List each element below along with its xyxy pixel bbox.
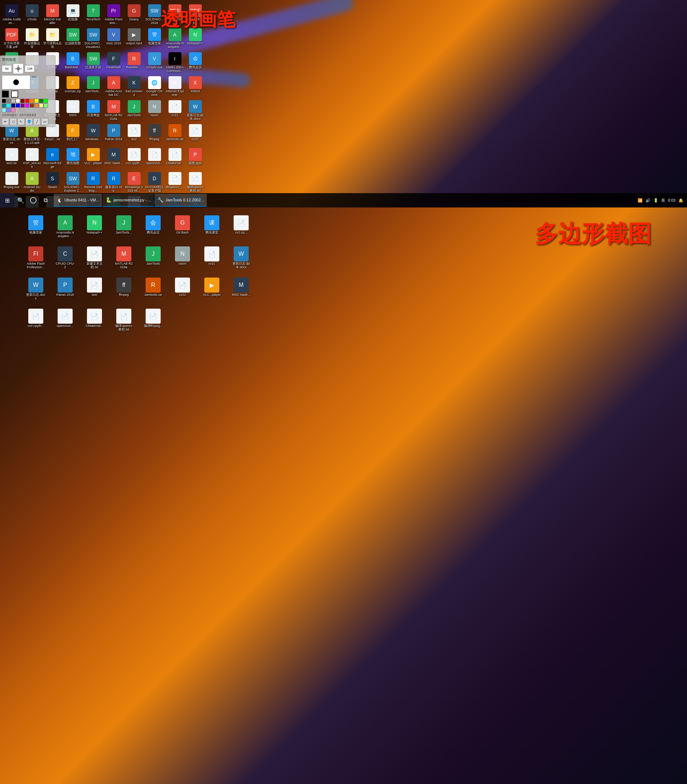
desktop-icon-34[interactable]: JJamTools...: [83, 75, 103, 99]
bottom-icon-18[interactable]: 📄test: [80, 277, 109, 307]
color-cell[interactable]: [2, 108, 6, 112]
desktop-icon-14[interactable]: SWSOLIDWO...Visualize2.: [83, 28, 103, 51]
color-cell[interactable]: [11, 99, 15, 103]
color-cell[interactable]: [20, 103, 25, 108]
bottom-icon-7[interactable]: 📄cv2.cp...: [227, 215, 255, 245]
desktop-icon-0[interactable]: AuAdobe Audition...: [2, 3, 21, 27]
desktop-icon-11[interactable]: 📁作业残骸品等: [22, 28, 42, 51]
desktop-icon-57[interactable]: ffffmpeg: [145, 123, 164, 147]
desktop-icon-49[interactable]: W更新日志-副本.docx: [185, 99, 205, 123]
desktop-icon-12[interactable]: 📁学习资料&品等: [43, 28, 62, 51]
color-cell[interactable]: [35, 99, 39, 103]
bottom-icon-14[interactable]: 📄cv21: [197, 246, 226, 276]
bottom-icon-10[interactable]: 📄新建文本文档.txt: [80, 246, 109, 276]
taskbar-lang[interactable]: 英: [661, 198, 665, 203]
color-cell[interactable]: [2, 103, 6, 108]
desktop-icon-48[interactable]: 📄cv21: [165, 99, 185, 123]
color-cell[interactable]: [16, 103, 20, 108]
desktop-icon-10[interactable]: PDF分方向培养方案.pdf: [2, 28, 21, 51]
desktop-icon-60[interactable]: Ntest.nsi: [2, 148, 21, 171]
color-cell[interactable]: [2, 99, 6, 103]
desktop-icon-64[interactable]: ▶VLC...player: [83, 148, 103, 171]
desktop-icon-16[interactable]: ▶output.mp4: [124, 28, 144, 51]
task-view-btn[interactable]: ⧉: [39, 193, 52, 207]
bottom-icon-24[interactable]: 📄cv2.cpyth...: [21, 308, 50, 338]
desktop-icon-37[interactable]: 🌐Google Chrome: [145, 75, 164, 99]
color-cell[interactable]: [35, 103, 39, 108]
bottom-icon-28[interactable]: 📄编译ffmpeg...: [139, 308, 168, 338]
taskbar-app-jam[interactable]: 🐍 jamscreenshot.py - ...: [103, 194, 154, 207]
pen-fg-color[interactable]: [2, 90, 9, 98]
pen-eraser-btn[interactable]: ◻: [10, 118, 17, 125]
desktop-icon-55[interactable]: PPatran 2018: [104, 123, 123, 147]
bottom-icon-16[interactable]: W更新日志.docx: [21, 277, 50, 307]
start-button[interactable]: ⊞: [0, 193, 14, 207]
color-cell[interactable]: [16, 99, 20, 103]
color-cell[interactable]: [7, 99, 11, 103]
taskbar-app-ubuntu[interactable]: 🐧 Ubuntu 64位 - VM...: [54, 194, 102, 207]
desktop-icon-65[interactable]: MMSC Nastr...: [104, 148, 123, 171]
desktop-icon-28[interactable]: IIntelliJ IDEA Communi...: [165, 51, 185, 75]
bottom-icon-2[interactable]: NNotepad++: [80, 215, 109, 245]
desktop-icon-68[interactable]: 📄CMakeVar...: [165, 148, 185, 171]
color-cell[interactable]: [44, 103, 48, 108]
desktop-icon-72[interactable]: SSteam: [43, 171, 62, 195]
desktop-icon-36[interactable]: KKeil uVision4: [124, 75, 144, 99]
desktop-icon-61[interactable]: KKSP_x64.exe: [22, 148, 42, 171]
pen-fill-btn[interactable]: 🪣: [25, 118, 33, 125]
color-cell[interactable]: [30, 99, 34, 103]
bottom-icon-12[interactable]: JJamTools: [139, 246, 168, 276]
desktop-icon-45[interactable]: MMATLAB R2018a: [104, 99, 123, 123]
bottom-icon-15[interactable]: W更新日志-副本.docx: [227, 246, 255, 276]
desktop-icon-70[interactable]: ffffmpeg.exe: [2, 171, 21, 195]
taskbar-cortana[interactable]: [27, 193, 39, 207]
desktop-icon-29[interactable]: 会腾讯会议: [185, 51, 205, 75]
desktop-icon-39[interactable]: XXMind: [185, 75, 205, 99]
bottom-icon-26[interactable]: 📄CMakeVar...: [80, 308, 109, 338]
pen-size-box-2[interactable]: 128: [25, 65, 35, 72]
bottom-icon-19[interactable]: ffffmpeg: [110, 277, 138, 307]
desktop-icon-73[interactable]: SWSOLIDWO... Explorer 2...: [63, 171, 83, 195]
bottom-icon-3[interactable]: JJamTools...: [110, 215, 138, 245]
desktop-icon-6[interactable]: GGeany: [124, 3, 144, 27]
bottom-icon-9[interactable]: CCPUID CPU-Z: [51, 246, 79, 276]
color-cell[interactable]: [11, 108, 15, 112]
pen-line-btn[interactable]: ╱: [33, 118, 40, 125]
desktop-icon-33[interactable]: Zcv2mac.zip: [63, 75, 83, 99]
desktop-icon-58[interactable]: RJamtools.rar: [165, 123, 185, 147]
taskbar-search[interactable]: 🔍: [14, 193, 27, 207]
desktop-icon-43[interactable]: NNSIS: [63, 99, 83, 123]
desktop-icon-77[interactable]: DDr.COM密认证客户端: [145, 171, 164, 195]
desktop-icon-13[interactable]: SW过滤模型图: [63, 28, 83, 51]
desktop-icon-26[interactable]: RRepetier-...: [124, 51, 144, 75]
bottom-icon-11[interactable]: MMATLAB R2018a: [110, 246, 138, 276]
bottom-icon-27[interactable]: 📄编译opencv教程.txt: [110, 308, 138, 338]
bottom-icon-22[interactable]: ▶VLC...player: [197, 277, 226, 307]
taskbar-app-jamtools[interactable]: 🔧 JamTools 0.12.2002...: [154, 194, 207, 207]
desktop-icon-2[interactable]: MMinGW Installer: [43, 3, 62, 27]
desktop-icon-76[interactable]: EeDrawings 2018 x6...: [124, 171, 144, 195]
bottom-icon-6[interactable]: 课腾讯课堂: [197, 215, 226, 245]
desktop-icon-78[interactable]: 📄libopencv_...: [165, 171, 185, 195]
desktop-icon-5[interactable]: PrAdobe Premiere...: [104, 3, 123, 27]
desktop-icon-62[interactable]: eMicrosoft Edge: [43, 148, 62, 171]
color-cell[interactable]: [25, 99, 30, 103]
desktop-icon-75[interactable]: R服务器01.rdp: [104, 171, 123, 195]
pen-select-btn[interactable]: ↖: [18, 118, 25, 125]
desktop-icon-74[interactable]: RRemote Desktop...: [83, 171, 103, 195]
desktop-icon-47[interactable]: Nnasm: [145, 99, 164, 123]
color-cell[interactable]: [30, 103, 34, 108]
desktop-icon-71[interactable]: AAndroid Studio: [22, 171, 42, 195]
bottom-icon-0[interactable]: 管电脑管家: [21, 215, 50, 245]
bottom-icon-17[interactable]: PPatran 2018: [51, 277, 79, 307]
bottom-icon-5[interactable]: GGit Bash: [168, 215, 197, 245]
pen-pencil-btn[interactable]: ✏: [2, 118, 9, 125]
desktop-icon-66[interactable]: 📄cv2.cpyth...: [124, 148, 144, 171]
desktop-icon-63[interactable]: 地腾讯地图: [63, 148, 83, 171]
color-cell[interactable]: [20, 99, 25, 103]
color-cell[interactable]: [7, 108, 11, 112]
desktop-icon-54[interactable]: WWindows...: [83, 123, 103, 147]
color-cell[interactable]: [25, 103, 30, 108]
pen-size-box-1[interactable]: 64: [2, 65, 12, 72]
desktop-icon-79[interactable]: 📄编译opencv教程.txt: [185, 171, 205, 195]
